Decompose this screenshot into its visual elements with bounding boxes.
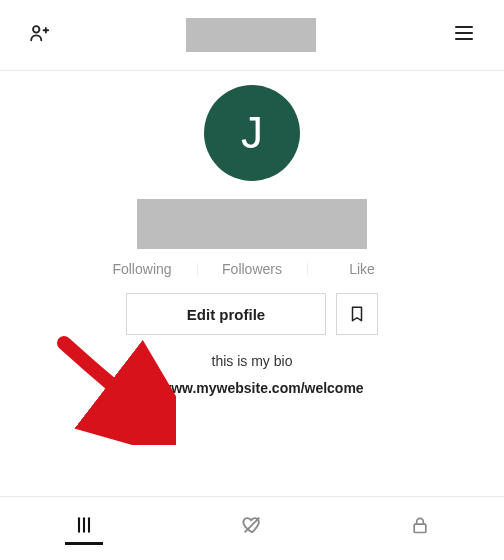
avatar-initial: J (241, 108, 263, 158)
tab-private[interactable] (336, 515, 504, 535)
bookmark-button[interactable] (336, 293, 378, 335)
stat-like[interactable]: Like (307, 261, 417, 277)
bio-link-text: www.mywebsite.com/welcome (160, 380, 363, 396)
stat-followers[interactable]: Followers (197, 261, 307, 277)
svg-point-0 (33, 26, 39, 32)
menu-icon[interactable] (452, 21, 476, 49)
bio-text: this is my bio (212, 353, 293, 369)
stat-following[interactable]: Following (87, 261, 197, 277)
add-user-icon[interactable] (28, 22, 50, 48)
username-redacted (137, 199, 367, 249)
svg-rect-8 (414, 524, 426, 532)
link-icon (140, 379, 154, 396)
title-redacted (186, 18, 316, 52)
tab-feed[interactable] (0, 515, 168, 535)
avatar[interactable]: J (204, 85, 300, 181)
tab-liked[interactable] (168, 514, 336, 536)
bio-link[interactable]: www.mywebsite.com/welcome (140, 379, 363, 396)
edit-profile-button[interactable]: Edit profile (126, 293, 326, 335)
